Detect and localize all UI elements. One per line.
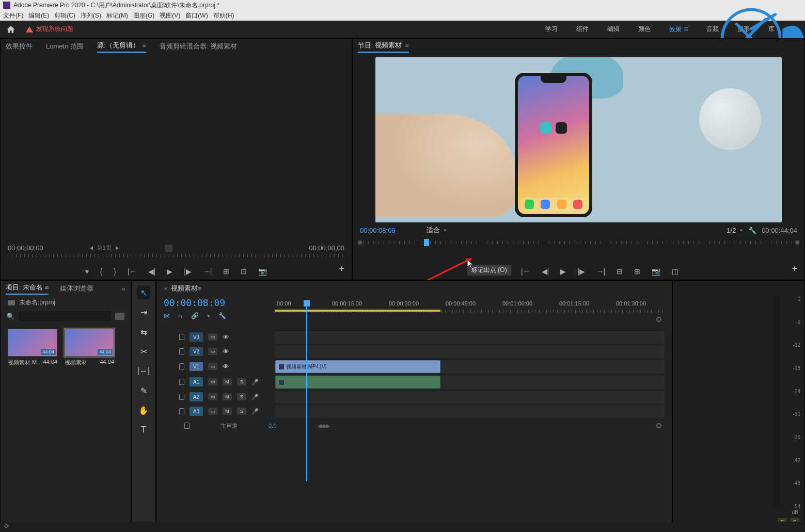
lock-icon[interactable] <box>179 394 184 400</box>
overwrite-icon[interactable]: ⊡ <box>241 267 247 276</box>
tab-media-browser[interactable]: 媒体浏览器 <box>60 284 93 293</box>
tab-effect-controls[interactable]: 效果控件 <box>6 42 33 51</box>
ws-effects[interactable]: 效果≡ <box>669 25 688 34</box>
system-warning[interactable]: 发现系统问题 <box>26 25 73 34</box>
prog-step-fwd-icon[interactable]: |▶ <box>577 267 585 276</box>
mute-toggle[interactable]: M <box>223 393 232 400</box>
keyframe-icon[interactable]: ◀◆▶ <box>318 423 330 429</box>
video-clip[interactable]: 视频素材.MP4 [V] <box>275 360 440 373</box>
menu-view[interactable]: 视图(V) <box>160 11 180 20</box>
source-scrubber[interactable] <box>8 254 344 257</box>
pen-tool-icon[interactable]: ✎ <box>137 384 150 397</box>
razor-tool-icon[interactable]: ✂ <box>137 345 150 358</box>
tab-lumetri[interactable]: Lumetri 范围 <box>46 42 84 51</box>
step-back-icon[interactable]: ◀| <box>148 267 156 276</box>
fit-dropdown[interactable]: 适合▼ <box>427 225 447 235</box>
ws-audio[interactable]: 音频 <box>706 25 719 34</box>
step-fwd-icon[interactable]: |▶ <box>184 267 192 276</box>
play-icon[interactable]: ▶ <box>167 267 172 276</box>
goto-out-icon[interactable]: →| <box>203 267 212 276</box>
menu-graphics[interactable]: 图形(G) <box>133 11 154 20</box>
slip-tool-icon[interactable]: |↔| <box>137 364 150 378</box>
search-input[interactable] <box>19 311 111 321</box>
source-tc-out[interactable]: 00;00;00;00 <box>309 244 344 252</box>
program-monitor[interactable] <box>375 57 782 222</box>
zoom-dropdown[interactable]: 1/2▼ <box>727 227 743 234</box>
eye-icon[interactable]: 👁 <box>223 333 229 341</box>
source-add-button-icon[interactable]: + <box>339 264 344 275</box>
mute-toggle[interactable]: M <box>223 378 232 385</box>
prog-step-back-icon[interactable]: ◀| <box>542 267 549 276</box>
source-toggle-icon[interactable] <box>165 245 172 252</box>
tl-settings-icon[interactable]: 🔧 <box>218 312 226 319</box>
hand-tool-icon[interactable]: ✋ <box>137 404 150 417</box>
menu-marker[interactable]: 标记(M) <box>106 11 128 20</box>
marker-icon[interactable]: ▾ <box>85 267 89 276</box>
lock-icon[interactable] <box>179 348 184 354</box>
menu-edit[interactable]: 编辑(E) <box>28 11 49 20</box>
tab-program[interactable]: 节目: 视频素材≡ <box>358 41 409 53</box>
sync-lock-icon[interactable]: ▭ <box>208 408 217 415</box>
selection-tool-icon[interactable]: ↖ <box>137 286 150 299</box>
prog-lift-icon[interactable]: ⊟ <box>617 267 623 276</box>
tab-audio-mixer[interactable]: 音频剪辑混合器: 视频素材 <box>160 42 237 51</box>
menu-window[interactable]: 窗口(W) <box>185 11 208 20</box>
tab-source[interactable]: 源:（无剪辑）≡ <box>97 41 146 53</box>
linked-sel-icon[interactable]: 🔗 <box>191 312 199 319</box>
filter-icon[interactable] <box>115 313 124 320</box>
program-tc[interactable]: 00:00:08:09 <box>360 227 396 234</box>
menu-clip[interactable]: 剪辑(C) <box>54 11 75 20</box>
workspace-overflow-icon[interactable]: » <box>795 26 799 33</box>
pager-next-icon[interactable] <box>116 246 119 250</box>
insert-icon[interactable]: ⊞ <box>223 267 229 276</box>
bin-item-1[interactable]: 44:04 视频素材44:04 <box>65 329 114 366</box>
track-expand-icon[interactable] <box>656 423 661 428</box>
ws-assembly[interactable]: 组件 <box>576 25 589 34</box>
sync-lock-icon[interactable]: ▭ <box>208 363 217 370</box>
voice-icon[interactable]: 🎤 <box>251 408 259 415</box>
tab-project[interactable]: 项目: 未命名 ≡ <box>6 283 49 295</box>
prog-goto-out-icon[interactable]: →| <box>596 267 606 276</box>
mute-toggle[interactable]: M <box>223 408 232 415</box>
sync-lock-icon[interactable]: ▭ <box>208 348 217 355</box>
work-area-bar[interactable] <box>275 310 440 312</box>
tabs-overflow-icon[interactable]: » <box>122 285 125 293</box>
export-frame-icon[interactable]: 📷 <box>258 267 267 276</box>
source-pager[interactable]: 第1页 <box>90 244 119 252</box>
home-icon[interactable] <box>6 25 15 34</box>
prog-extract-icon[interactable]: ⊞ <box>634 267 640 276</box>
eye-icon[interactable]: 👁 <box>223 348 229 356</box>
bin-item-0[interactable]: 44:04 视频素材.M…44:04 <box>8 329 57 366</box>
sync-lock-icon[interactable]: ▭ <box>208 378 217 385</box>
menu-sequence[interactable]: 序列(S) <box>81 11 101 20</box>
magnet-icon[interactable]: ∩ <box>178 312 183 319</box>
prog-compare-icon[interactable]: ◫ <box>672 267 678 276</box>
sync-lock-icon[interactable]: ▭ <box>208 393 217 400</box>
track-expand-icon[interactable] <box>656 317 661 322</box>
lock-icon[interactable] <box>179 363 184 369</box>
solo-toggle[interactable]: S <box>237 393 246 400</box>
track-select-tool-icon[interactable]: ⇥ <box>137 305 150 319</box>
goto-in-icon[interactable]: |← <box>128 267 137 276</box>
prog-export-frame-icon[interactable]: 📷 <box>652 267 660 276</box>
sync-lock-icon[interactable]: ▭ <box>208 333 217 341</box>
settings-wrench-icon[interactable]: 🔧 <box>748 227 756 234</box>
mark-in-icon[interactable]: { <box>100 267 103 276</box>
solo-toggle[interactable]: S <box>237 378 246 385</box>
program-playhead[interactable] <box>424 239 429 246</box>
lock-icon[interactable] <box>179 334 184 340</box>
lock-icon[interactable] <box>184 423 190 429</box>
ws-color[interactable]: 颜色 <box>638 25 651 34</box>
ws-learn[interactable]: 学习 <box>545 25 558 34</box>
program-scrubber[interactable] <box>358 239 799 246</box>
ripple-edit-tool-icon[interactable]: ⇆ <box>137 325 150 338</box>
ws-graphics[interactable]: 图形 <box>737 25 750 34</box>
pager-prev-icon[interactable] <box>90 246 93 250</box>
prog-play-icon[interactable]: ▶ <box>560 267 566 276</box>
solo-toggle[interactable]: S <box>237 408 246 415</box>
snap-icon[interactable]: ⋈ <box>164 312 170 319</box>
mark-out-icon[interactable]: } <box>114 267 116 276</box>
type-tool-icon[interactable]: T <box>137 423 150 437</box>
voice-icon[interactable]: 🎤 <box>251 394 259 400</box>
ws-library[interactable]: 库 <box>768 25 775 34</box>
